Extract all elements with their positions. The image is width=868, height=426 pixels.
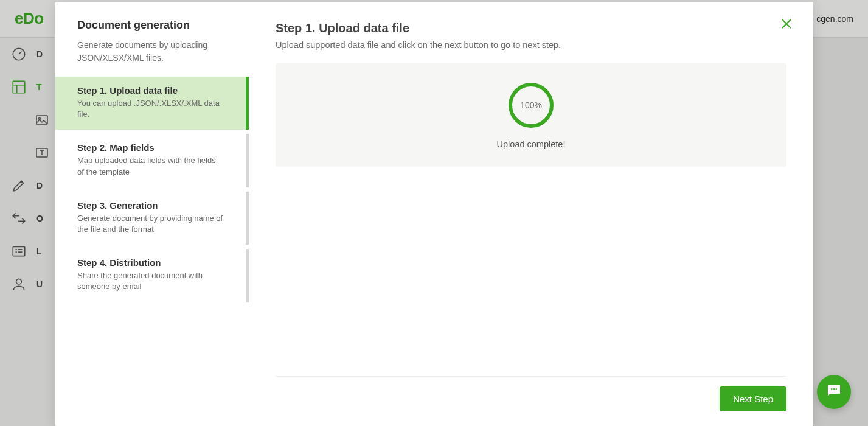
- step-map-fields[interactable]: Step 2. Map fields Map uploaded data fie…: [55, 134, 249, 187]
- step-description: You can upload .JSON/.XLSX/.XML data fil…: [77, 98, 224, 120]
- close-icon: [779, 16, 794, 33]
- svg-point-11: [835, 388, 837, 390]
- step-title: Step 2. Map fields: [77, 142, 224, 153]
- modal-title: Document generation: [77, 19, 227, 32]
- modal-steps-sidebar: Document generation Generate documents b…: [55, 2, 249, 426]
- document-generation-modal: Document generation Generate documents b…: [55, 2, 813, 426]
- next-step-button[interactable]: Next Step: [720, 386, 786, 411]
- upload-dropzone[interactable]: 100% Upload complete!: [276, 63, 786, 167]
- step-description: Share the generated document with someon…: [77, 270, 224, 292]
- modal-sidebar-header: Document generation Generate documents b…: [55, 19, 249, 77]
- step-upload-data[interactable]: Step 1. Upload data file You can upload …: [55, 77, 249, 130]
- step-title: Step 4. Distribution: [77, 257, 224, 268]
- step-generation[interactable]: Step 3. Generation Generate document by …: [55, 192, 249, 245]
- step-title: Step 1. Upload data file: [77, 85, 224, 96]
- upload-progress-ring: 100%: [507, 81, 555, 130]
- step-description: Generate document by providing name of t…: [77, 213, 224, 235]
- step-distribution[interactable]: Step 4. Distribution Share the generated…: [55, 249, 249, 302]
- chat-icon: [825, 382, 843, 402]
- modal-description: Generate documents by uploading JSON/XLS…: [77, 39, 227, 65]
- svg-point-10: [833, 388, 835, 390]
- main-step-title: Step 1. Upload data file: [276, 21, 786, 35]
- modal-footer: Next Step: [276, 376, 786, 411]
- modal-main-panel: Step 1. Upload data file Upload supporte…: [249, 2, 813, 426]
- main-step-description: Upload supported data file and click on …: [276, 40, 786, 50]
- close-button[interactable]: [778, 16, 795, 33]
- chat-fab-button[interactable]: [817, 375, 851, 409]
- svg-point-9: [831, 388, 833, 390]
- progress-percent-text: 100%: [507, 81, 555, 130]
- upload-status-text: Upload complete!: [497, 139, 566, 149]
- step-title: Step 3. Generation: [77, 200, 224, 211]
- step-description: Map uploaded data fields with the fields…: [77, 155, 224, 177]
